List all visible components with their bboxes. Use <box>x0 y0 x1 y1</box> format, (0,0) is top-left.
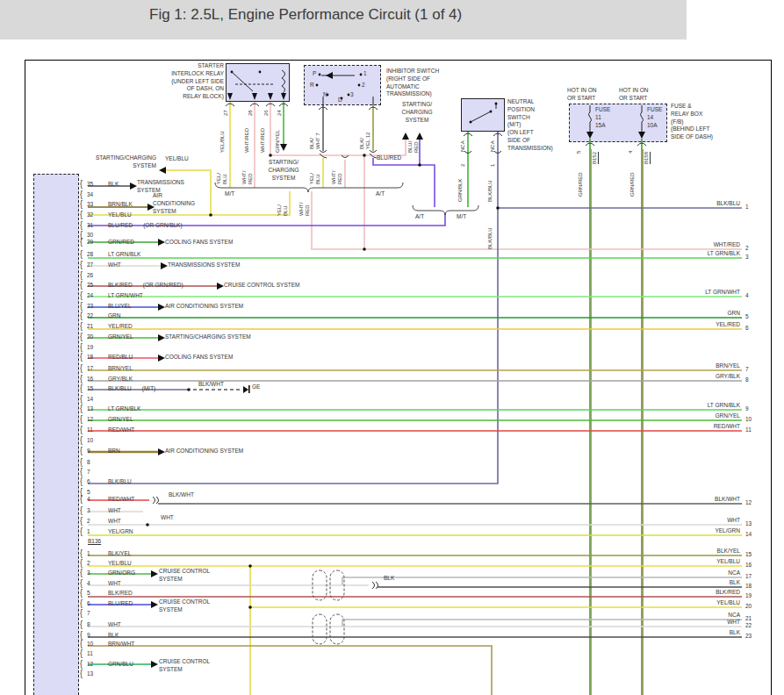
right-wire-number-9: 9 <box>745 405 749 412</box>
right-wire-label-9: LT GRN/BLK <box>565 402 740 408</box>
pin-number: 7 <box>87 469 108 475</box>
right-wire-number-4: 4 <box>745 292 749 298</box>
pin-wire-color: BLK/BLU <box>108 385 132 391</box>
wiring-diagram-page: Fig 1: 2.5L, Engine Performance Circuit … <box>0 0 784 695</box>
right-wire-number-23: 23 <box>745 633 752 639</box>
pin-row-17: {17BRN/YEL <box>80 363 133 371</box>
right-wire-number-3: 3 <box>745 254 749 260</box>
pin-wire-color: BLK/BLU <box>108 478 132 484</box>
pin-bracket-icon: { <box>80 515 87 526</box>
right-wire-number-12: 12 <box>745 499 752 505</box>
inhibitor-pin-12: BLK/ YEL 12 <box>359 109 371 149</box>
pin-row-18: {18RED/BLU <box>80 352 133 360</box>
pin-row-10: {10 <box>80 435 108 443</box>
pin-number: 12 <box>87 416 108 422</box>
pin-wire-color: GRN <box>108 312 120 319</box>
pin-row-20: {20GRN/YEL <box>80 332 133 340</box>
pin-row-2: {2WHT <box>80 516 121 524</box>
pin-row-27: {27WHT <box>80 260 121 268</box>
right-wire-label-20: YEL/BLU <box>565 599 740 605</box>
pin-wire-color: BLK <box>108 632 119 638</box>
pin-row-11: {11RED/WHT <box>80 425 134 433</box>
right-wire-label-23: BLK <box>565 629 740 635</box>
inhibitor-contact-3: 3 <box>350 91 354 99</box>
right-wire-number-20: 20 <box>745 603 752 609</box>
right-wire-number-1: 1 <box>745 204 749 210</box>
pin-wire-color: BLU/RED <box>108 222 133 228</box>
relay-pin-27: 27 <box>223 104 229 116</box>
relay-pin-24: 24 <box>277 104 283 116</box>
right-wire-number-17: 17 <box>745 573 752 579</box>
fuse-pin-5: 5 <box>576 145 582 154</box>
pin-number: 18 <box>87 354 108 360</box>
pin-row-8: {8 <box>80 457 108 465</box>
pin-row-32: {32YEL/BLU <box>80 210 132 218</box>
wire-yelblu-left: YEL/BLU <box>165 155 189 163</box>
right-wire-number-22: 22 <box>745 622 752 628</box>
nca: NCA <box>490 136 496 152</box>
pin-number: 33 <box>87 201 108 207</box>
right-wire-number-7: 7 <box>745 366 749 372</box>
pin-bracket-icon: { <box>80 178 87 189</box>
right-wire-number-10: 10 <box>745 416 752 422</box>
pin-number: 3 <box>87 570 108 576</box>
wire-whtred: WHT/ RED <box>331 160 343 184</box>
wire-wht-pin2: WHT <box>161 514 174 522</box>
pin-number: 24 <box>87 292 108 298</box>
pin-number: 25 <box>87 282 108 288</box>
pin-bracket-icon: { <box>80 362 87 373</box>
pin-number: 27 <box>87 262 108 268</box>
pin-row-16: {16GRY/BLK <box>80 374 133 382</box>
wire-blured-mid: BLU/RED <box>377 154 401 162</box>
wire-blkblu: BLK/BLU <box>487 214 493 249</box>
pin-number: 9 <box>87 632 108 638</box>
pin-number: 3 <box>87 507 108 513</box>
wire-yelblu: YEL/ BLU <box>216 160 228 184</box>
pin-bracket-icon: { <box>80 648 87 658</box>
pin-bracket-icon: { <box>80 290 87 300</box>
pin-bracket-icon: { <box>80 619 87 629</box>
pin-wire-color: GRY/BLK <box>108 376 133 382</box>
dest-pin27: TRANSMISSIONS SYSTEM <box>168 262 240 269</box>
pin-bracket-icon: { <box>80 476 87 486</box>
pin-bracket-icon: { <box>80 383 87 393</box>
dest-b136-6: CRUISE CONTROL SYSTEM <box>159 598 210 614</box>
pin-wire-color: LT GRN/WHT <box>108 292 143 298</box>
right-wire-number-2: 2 <box>745 245 749 251</box>
pin-row-29: {29GRN/RED <box>80 237 134 245</box>
pin-row-35: {35BLK <box>80 179 119 187</box>
pin-number: 31 <box>87 222 108 228</box>
pin-number: 2 <box>87 518 108 524</box>
right-wire-label-17: NCA <box>565 570 740 576</box>
dest-pin9: AIR CONDITIONING SYSTEM <box>165 448 243 455</box>
pin-bracket-icon: { <box>80 434 87 445</box>
sys-starting-charging-mid: STARTING/ CHARGING SYSTEM <box>259 159 308 182</box>
pin-number: 28 <box>87 251 108 257</box>
dest-pin29: COOLING FANS SYSTEM <box>165 239 233 247</box>
pin-row-5: {5BLK/RED <box>80 588 133 596</box>
pin-row-31: {31BLU/RED(OR GRN/BLK) <box>80 220 183 228</box>
pin-bracket-icon: { <box>80 587 87 598</box>
pin-number: 22 <box>87 312 108 319</box>
pin-number: 20 <box>87 333 108 340</box>
pin-number: 11 <box>87 650 108 656</box>
pin-row-14: {14 <box>80 394 108 402</box>
pin-row-34: {34 <box>80 190 108 197</box>
pin-row-9: {9BRN <box>80 446 120 454</box>
right-wire-label-2: WHT/RED <box>565 241 740 247</box>
pin-row-11: {11 <box>80 648 108 656</box>
right-wire-label-10: GRN/YEL <box>565 412 740 419</box>
pin-row-6: {6BLK/BLU <box>80 476 132 484</box>
neutral-pin-1: 1 <box>490 158 496 167</box>
inhibitor-pos-d: D <box>338 97 342 104</box>
pin-wire-color: WHT <box>108 518 121 524</box>
pin-number: 23 <box>87 303 108 309</box>
pin-number: 13 <box>87 405 108 412</box>
pin-bracket-icon: { <box>80 505 87 515</box>
pin-number: 34 <box>87 191 108 197</box>
right-wire-number-18: 18 <box>745 583 752 589</box>
sys-starting-charging-top: STARTING/ CHARGING SYSTEM <box>392 101 442 124</box>
pin-bracket-icon: { <box>80 236 87 247</box>
wire-blk-b136-4: BLK <box>384 575 394 583</box>
pin-number: 8 <box>87 621 108 627</box>
